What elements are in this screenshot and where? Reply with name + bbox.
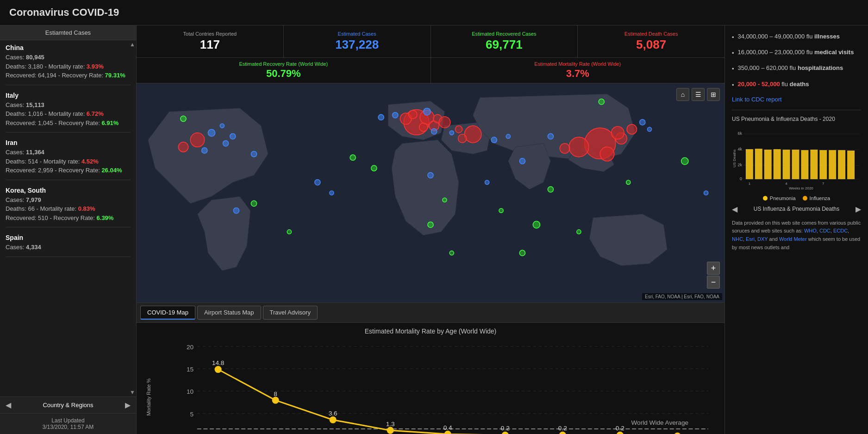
sidebar-footer: ◀ Country & Regions ▶ Last Updated 3/13/… bbox=[0, 396, 136, 434]
svg-point-52 bbox=[519, 250, 525, 256]
tab-airport-status[interactable]: Airport Status Map bbox=[197, 306, 261, 320]
flu-stat-1: • 34,000,000 – 49,000,000 flu illnesses bbox=[732, 32, 861, 42]
country-deaths: Deaths: 66 - Mortality rate: 0.83% bbox=[6, 204, 131, 214]
svg-point-39 bbox=[428, 172, 433, 178]
dxy-link[interactable]: DXY bbox=[757, 236, 768, 242]
svg-rect-112 bbox=[792, 150, 799, 179]
tab-bar: COVID-19 Map Airport Status Map Travel A… bbox=[137, 302, 724, 323]
svg-point-18 bbox=[458, 134, 467, 143]
estimated-deaths-label: Estimated Death Cases bbox=[624, 31, 678, 37]
svg-text:2k: 2k bbox=[737, 163, 742, 167]
nhc-link[interactable]: NHC bbox=[732, 236, 743, 242]
svg-rect-113 bbox=[801, 150, 808, 179]
svg-text:1.3: 1.3 bbox=[386, 421, 395, 428]
worldmeter-link[interactable]: World Meter bbox=[779, 236, 807, 242]
map-home-button[interactable]: ⌂ bbox=[676, 88, 689, 101]
svg-point-46 bbox=[371, 165, 377, 171]
svg-point-76 bbox=[502, 432, 509, 434]
svg-point-15 bbox=[178, 142, 188, 152]
flu-stat-2: • 16,000,000 – 23,000,000 flu medical vi… bbox=[732, 48, 861, 57]
map-area[interactable]: ⌂ ☰ ⊞ + − Esri, FAO, NOAA | Esri, FAO, N… bbox=[137, 83, 724, 302]
pneumonia-next-arrow[interactable]: ▶ bbox=[856, 205, 861, 214]
svg-point-21 bbox=[378, 114, 384, 120]
tab-covid19-map[interactable]: COVID-19 Map bbox=[140, 306, 195, 320]
bullet-icon: • bbox=[732, 33, 734, 42]
map-layers-button[interactable]: ⊞ bbox=[707, 88, 720, 101]
who-link[interactable]: WHO bbox=[804, 228, 817, 233]
country-recovered: Recovered: 2,959 - Recovery Rate: 26.04% bbox=[6, 166, 131, 175]
svg-text:3.6: 3.6 bbox=[329, 410, 337, 417]
pneumonia-title: US Pneumonia & Influenza Deaths - 2020 bbox=[732, 116, 861, 122]
country-name: Italy bbox=[6, 92, 131, 99]
svg-point-71 bbox=[215, 366, 222, 373]
svg-point-44 bbox=[533, 221, 540, 228]
country-entry-spain: Spain Cases: 4,334 bbox=[6, 234, 131, 257]
svg-point-31 bbox=[491, 137, 497, 143]
svg-text:10: 10 bbox=[187, 388, 194, 395]
map-controls: ⌂ ☰ ⊞ bbox=[676, 88, 720, 101]
svg-point-38 bbox=[233, 208, 239, 214]
country-cases: Cases: 80,945 bbox=[6, 53, 131, 62]
country-nav-label: Country & Regions bbox=[43, 402, 93, 409]
map-list-button[interactable]: ☰ bbox=[692, 88, 705, 101]
svg-point-56 bbox=[443, 198, 447, 202]
tab-travel-advisory[interactable]: Travel Advisory bbox=[263, 306, 318, 320]
ecdc-link[interactable]: ECDC bbox=[833, 228, 848, 233]
svg-point-6 bbox=[627, 124, 637, 134]
pneumonia-svg: 6k 4k 2k 0 US Deaths bbox=[732, 126, 861, 191]
country-entry-iran: Iran Cases: 11,364 Deaths: 514 - Mortali… bbox=[6, 139, 131, 180]
svg-point-55 bbox=[626, 180, 631, 184]
page-header: Coronavirus COVID-19 bbox=[0, 0, 868, 25]
bullet-icon: • bbox=[732, 49, 734, 57]
pneumonia-legend-dot bbox=[763, 196, 768, 201]
chart-title: Estimated Mortality Rate by Age (World W… bbox=[146, 327, 715, 335]
zoom-out-button[interactable]: − bbox=[707, 276, 720, 289]
scroll-down-arrow[interactable]: ▼ bbox=[130, 389, 135, 396]
cdc-link[interactable]: Link to CDC report bbox=[732, 96, 861, 103]
svg-text:20: 20 bbox=[187, 344, 194, 351]
svg-point-20 bbox=[424, 108, 431, 115]
country-name: Iran bbox=[6, 139, 131, 146]
next-country-arrow[interactable]: ▶ bbox=[125, 401, 131, 409]
svg-point-30 bbox=[450, 131, 454, 135]
pneumonia-chart: 6k 4k 2k 0 US Deaths bbox=[732, 126, 861, 191]
svg-text:World Wide Average: World Wide Average bbox=[631, 419, 689, 426]
prev-country-arrow[interactable]: ◀ bbox=[6, 401, 11, 409]
cdc-source-link[interactable]: CDC bbox=[819, 228, 831, 233]
zoom-in-button[interactable]: + bbox=[707, 262, 720, 275]
sidebar-content[interactable]: ▲ China Cases: 80,945 Deaths: 3,180 - Mo… bbox=[0, 40, 136, 396]
last-updated-label: Last Updated bbox=[51, 417, 84, 424]
svg-point-4 bbox=[560, 144, 569, 153]
estimated-recovered-value: 69,771 bbox=[486, 38, 523, 52]
data-source: Data provided on this web site comes fro… bbox=[732, 219, 861, 252]
svg-text:0.2: 0.2 bbox=[501, 425, 510, 432]
country-entry-italy: Italy Cases: 15,113 Deaths: 1,016 - Mort… bbox=[6, 92, 131, 133]
chart-area: Estimated Mortality Rate by Age (World W… bbox=[137, 323, 724, 434]
esri-link[interactable]: Esri bbox=[746, 236, 755, 242]
svg-rect-109 bbox=[764, 150, 772, 179]
country-name: China bbox=[6, 44, 131, 51]
total-countries-label: Total Contries Reported bbox=[183, 31, 237, 37]
stats-bar: Total Contries Reported 117 Estimated Ca… bbox=[137, 25, 724, 58]
flu-stat-4: • 20,000 - 52,000 flu deaths bbox=[732, 80, 861, 89]
svg-text:4k: 4k bbox=[737, 147, 742, 151]
svg-point-35 bbox=[647, 127, 651, 132]
chart-container: Mortality Rate % 20 15 10 5 bbox=[146, 339, 715, 434]
chart-y-label: Mortality Rate % bbox=[146, 339, 151, 434]
country-entry-china: China Cases: 80,945 Deaths: 3,180 - Mort… bbox=[6, 44, 131, 85]
country-deaths: Deaths: 3,180 - Mortality rate: 3.93% bbox=[6, 62, 131, 71]
estimated-deaths-value: 5,087 bbox=[636, 38, 666, 52]
svg-point-47 bbox=[350, 155, 356, 160]
center-content: Total Contries Reported 117 Estimated Ca… bbox=[137, 25, 724, 434]
map-zoom-controls: + − bbox=[707, 262, 720, 289]
scroll-up-arrow[interactable]: ▲ bbox=[130, 41, 135, 48]
chart-inner: 20 15 10 5 0 World Wide Average bbox=[155, 339, 715, 434]
pneumonia-prev-arrow[interactable]: ◀ bbox=[732, 205, 737, 214]
rate-bar: Estimated Recovery Rate (World Wide) 50.… bbox=[137, 58, 724, 83]
svg-point-5 bbox=[612, 126, 624, 139]
svg-point-22 bbox=[393, 113, 398, 118]
svg-point-16 bbox=[409, 110, 417, 119]
bullet-icon: • bbox=[732, 81, 734, 89]
mortality-rate-box: Estimated Mortality Rate (World Wide) 3.… bbox=[431, 58, 725, 83]
svg-point-53 bbox=[499, 208, 503, 213]
